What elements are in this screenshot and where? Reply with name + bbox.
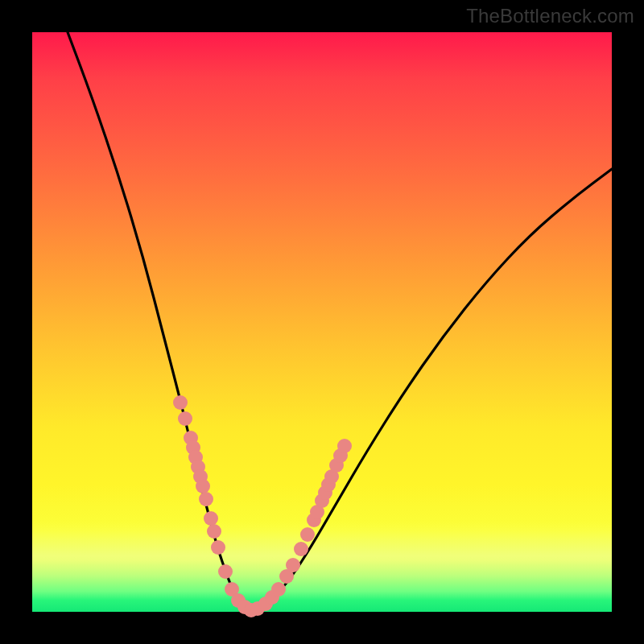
dot bbox=[204, 511, 218, 526]
highlight-dots bbox=[173, 395, 352, 617]
dot bbox=[211, 540, 225, 555]
chart-frame: TheBottleneck.com bbox=[0, 0, 644, 644]
dot bbox=[286, 558, 300, 572]
dot bbox=[337, 439, 352, 453]
curve-layer bbox=[32, 32, 612, 612]
dot bbox=[218, 564, 233, 579]
dot bbox=[271, 582, 286, 597]
dot bbox=[207, 524, 221, 539]
dot bbox=[199, 492, 213, 506]
dot bbox=[294, 542, 308, 556]
watermark-text: TheBottleneck.com bbox=[466, 5, 634, 27]
dot bbox=[173, 395, 188, 410]
dot bbox=[300, 527, 315, 542]
dot bbox=[178, 411, 192, 426]
curve-left bbox=[68, 32, 250, 610]
dot bbox=[196, 479, 210, 493]
